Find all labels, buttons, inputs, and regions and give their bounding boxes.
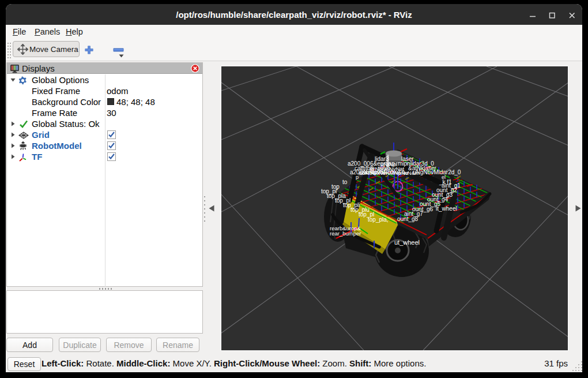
- svg-text:wN&m: wN&m: [403, 170, 420, 176]
- svg-text:top_pla,: top_pla,: [368, 216, 389, 223]
- svg-text:it_wheel: it_wheel: [436, 205, 457, 212]
- svg-text:ut_wheel: ut_wheel: [394, 239, 420, 246]
- svg-text:qNtNpl: qNtNpl: [380, 161, 397, 167]
- svg-text:ount_g8: ount_g8: [397, 216, 419, 222]
- svg-text:rear_bumper: rear_bumper: [330, 230, 361, 237]
- svg-text:to: to: [342, 179, 348, 185]
- svg-text:NbNuNtN: NbNuNtN: [362, 169, 386, 175]
- svg-text:uNgNbvMldar2d_0: uNgNbvMldar2d_0: [413, 169, 461, 175]
